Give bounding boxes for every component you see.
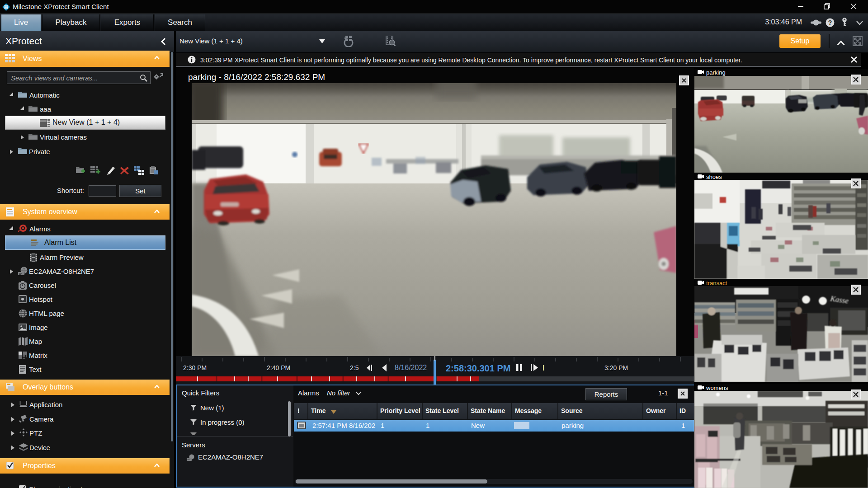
svg-text:2:5: 2:5 <box>350 364 359 371</box>
svg-text:8/16/2022: 8/16/2022 <box>395 364 427 371</box>
svg-text:2:40 PM: 2:40 PM <box>267 364 290 371</box>
svg-text:2:58:30.301 PM: 2:58:30.301 PM <box>446 363 510 373</box>
svg-text:2:30 PM: 2:30 PM <box>183 364 207 371</box>
svg-text:?: ? <box>828 19 832 26</box>
svg-text:3:20 PM: 3:20 PM <box>604 364 628 371</box>
